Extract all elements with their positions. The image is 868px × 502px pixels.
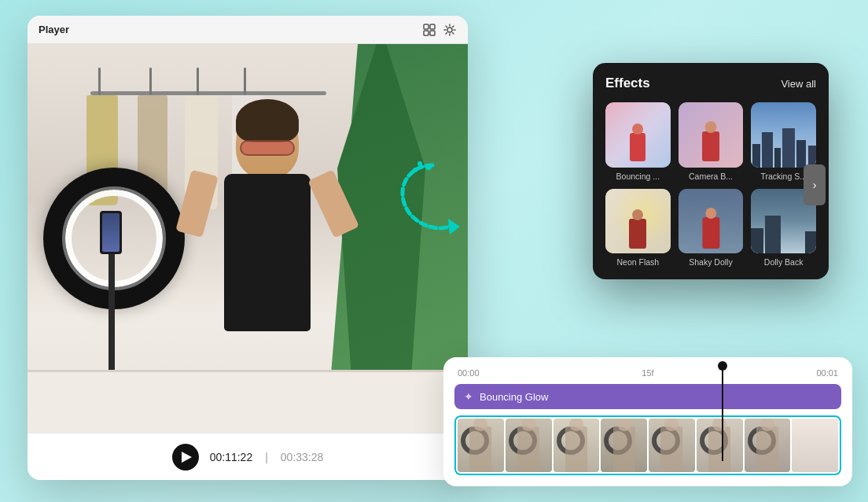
- effects-grid: Bouncing ... Camera B... Trac: [605, 102, 816, 267]
- effect-dolly-back-label: Dolly Back: [751, 257, 816, 267]
- layout-icon[interactable]: [422, 23, 436, 37]
- phone-screen: [102, 213, 120, 252]
- player-title-icons: [422, 23, 457, 37]
- effect-camera-b-label: Camera B...: [679, 172, 744, 181]
- player-titlebar: Player: [28, 16, 468, 44]
- effect-shaky-dolly-label: Shaky Dolly: [679, 257, 744, 267]
- timeline-panel: 00:00 15f 00:01 ✦ Bouncing Glow: [443, 357, 852, 486]
- effect-neon-flash-thumb: [605, 189, 671, 254]
- effect-neon-flash[interactable]: Neon Flash: [605, 189, 671, 268]
- effect-track-label: Bouncing Glow: [480, 391, 548, 403]
- effect-track-icon: ✦: [464, 390, 473, 403]
- play-button[interactable]: [172, 444, 199, 471]
- svg-point-8: [413, 168, 417, 172]
- effect-camera-b-thumb: [679, 102, 744, 168]
- ruler-mark-mid: 15f: [642, 368, 653, 378]
- effect-bouncing-thumb: [605, 102, 671, 168]
- effect-bouncing[interactable]: Bouncing ...: [605, 102, 671, 181]
- effect-bouncing-label: Bouncing ...: [605, 172, 671, 181]
- svg-point-7: [417, 161, 422, 166]
- playhead[interactable]: [722, 365, 723, 461]
- time-separator: |: [265, 451, 268, 463]
- player-title: Player: [39, 24, 69, 35]
- video-frame-5: [649, 419, 695, 472]
- video-frame-2: [506, 419, 552, 472]
- svg-rect-3: [430, 31, 435, 35]
- svg-rect-2: [424, 31, 428, 35]
- table: [28, 370, 468, 433]
- effect-track[interactable]: ✦ Bouncing Glow: [454, 384, 841, 409]
- phone: [100, 211, 122, 254]
- settings-icon[interactable]: [443, 23, 457, 37]
- video-track: [454, 415, 841, 475]
- svg-point-6: [425, 164, 432, 170]
- timeline-ruler: 00:00 15f 00:01: [454, 368, 841, 378]
- frame-person-3: [565, 426, 587, 472]
- video-frame-6: [697, 419, 743, 472]
- video-frame-3: [554, 419, 600, 472]
- hanger-1: [98, 68, 101, 95]
- hanger-2: [149, 68, 152, 95]
- effect-camera-b[interactable]: Camera B...: [679, 102, 744, 181]
- video-frame-1: [458, 419, 504, 472]
- video-frame-4: [601, 419, 647, 472]
- frame-person-7: [756, 426, 778, 472]
- player-controls: 00:11:22 | 00:33:28: [28, 433, 468, 480]
- svg-marker-5: [448, 219, 460, 234]
- frame-person-2: [517, 426, 539, 472]
- video-frame-last: [792, 419, 838, 472]
- effect-shaky-dolly-thumb: [679, 189, 744, 254]
- ruler-mark-end: 00:01: [816, 368, 838, 378]
- frame-person-1: [469, 426, 491, 472]
- frame-person-5: [660, 426, 682, 472]
- effects-title: Effects: [605, 76, 650, 91]
- frame-person-6: [708, 426, 730, 472]
- svg-rect-1: [430, 24, 435, 29]
- ruler-mark-start: 00:00: [458, 368, 480, 378]
- person-area: [185, 107, 350, 370]
- time-current: 00:11:22: [210, 451, 253, 463]
- playhead-dot: [718, 361, 727, 371]
- video-frame-7: [745, 419, 791, 472]
- arrow-decoration: [385, 149, 480, 244]
- scroll-chevron-button[interactable]: ›: [804, 164, 826, 205]
- hanger-4: [244, 68, 246, 95]
- frame-person-4: [613, 426, 635, 472]
- svg-point-4: [447, 28, 452, 32]
- svg-rect-0: [424, 24, 428, 29]
- effects-panel: Effects View all Bouncing ... Camera B..…: [593, 63, 829, 279]
- effects-header: Effects View all: [605, 76, 816, 91]
- effect-neon-flash-label: Neon Flash: [605, 257, 671, 267]
- hanger-3: [197, 68, 199, 95]
- effect-shaky-dolly[interactable]: Shaky Dolly: [679, 189, 744, 268]
- play-icon: [182, 452, 192, 463]
- view-all-button[interactable]: View all: [781, 78, 816, 90]
- effect-tracking-thumb: [751, 102, 816, 168]
- player-window: Player: [28, 16, 468, 480]
- time-total: 00:33:28: [281, 451, 324, 463]
